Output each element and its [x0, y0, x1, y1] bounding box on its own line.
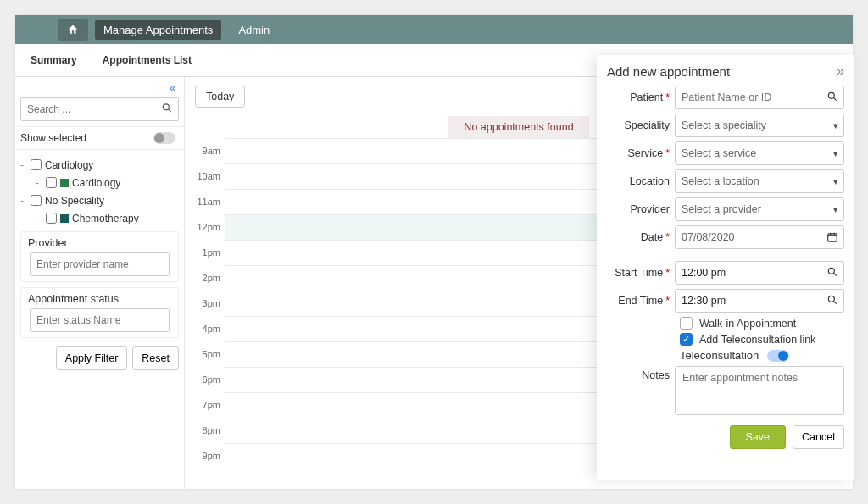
top-nav: Manage Appointments Admin: [15, 15, 853, 44]
time-label: 8pm: [195, 418, 225, 443]
nav-admin[interactable]: Admin: [230, 20, 278, 40]
tree-item-cardiology-child[interactable]: - Cardiology: [17, 174, 181, 191]
show-selected-toggle[interactable]: [153, 132, 175, 144]
color-swatch-icon: [60, 214, 69, 223]
provider-label: Provider: [21, 232, 178, 252]
sidebar-search-input[interactable]: [21, 98, 178, 120]
tree-label: Cardiology: [45, 159, 93, 171]
speciality-value[interactable]: [676, 115, 833, 136]
search-icon[interactable]: [826, 91, 838, 105]
start-time-input[interactable]: [676, 263, 826, 283]
show-selected-row: Show selected: [15, 126, 184, 150]
date-input[interactable]: [676, 227, 826, 247]
checkbox-cardiology[interactable]: [31, 159, 42, 170]
show-selected-label: Show selected: [20, 132, 86, 144]
svg-line-13: [833, 273, 836, 275]
tab-summary[interactable]: Summary: [31, 54, 77, 71]
walkin-checkbox[interactable]: [680, 317, 693, 330]
provider-label: Provider: [607, 203, 675, 215]
time-label: 2pm: [195, 265, 225, 291]
apply-filter-button[interactable]: Apply Filter: [56, 346, 128, 370]
end-time-field[interactable]: [675, 289, 844, 313]
nav-manage-appointments[interactable]: Manage Appointments: [95, 20, 221, 40]
chevron-down-icon: ▾: [833, 176, 838, 187]
teleconsultation-label: Teleconsultation: [680, 349, 759, 362]
time-label: 3pm: [195, 291, 225, 316]
tree-label: Cardiology: [72, 177, 120, 189]
panel-title: Add new appointment: [607, 64, 730, 79]
time-label: 1pm: [195, 240, 225, 265]
time-label: 9am: [195, 138, 225, 163]
svg-line-1: [168, 109, 170, 112]
location-select[interactable]: ▾: [675, 169, 844, 193]
teleconsultation-toggle[interactable]: [767, 350, 789, 362]
appointment-status-label: Appointment status: [21, 288, 178, 308]
chevron-down-icon: ▾: [833, 120, 838, 131]
tree-item-cardiology[interactable]: - Cardiology: [17, 157, 181, 173]
provider-input[interactable]: [31, 253, 169, 275]
time-label: 7pm: [195, 392, 225, 418]
start-time-field[interactable]: [675, 261, 844, 285]
end-time-input[interactable]: [676, 291, 826, 311]
service-select[interactable]: ▾: [675, 141, 844, 165]
cancel-button[interactable]: Cancel: [793, 425, 844, 449]
svg-line-7: [833, 97, 836, 100]
reset-button[interactable]: Reset: [132, 346, 179, 370]
patient-field[interactable]: [675, 86, 844, 109]
color-swatch-icon: [60, 179, 69, 187]
chevron-down-icon: ▾: [833, 204, 838, 215]
add-appointment-panel: Add new appointment » Patient* Specialit…: [597, 55, 854, 480]
home-icon: [67, 24, 79, 36]
save-button[interactable]: Save: [730, 425, 787, 449]
svg-point-12: [828, 268, 834, 274]
walkin-label: Walk-in Appointment: [699, 318, 796, 330]
tab-appointments-list[interactable]: Appointments List: [103, 54, 192, 71]
calendar-icon: [826, 231, 838, 243]
close-panel-icon[interactable]: »: [837, 64, 844, 79]
date-field[interactable]: [675, 225, 844, 249]
checkbox-no-speciality[interactable]: [31, 195, 42, 206]
location-value[interactable]: [676, 171, 833, 191]
time-label: 6pm: [195, 367, 225, 392]
time-label: 4pm: [195, 316, 225, 341]
location-label: Location: [607, 175, 675, 187]
tree-item-no-speciality[interactable]: - No Speciality: [17, 192, 181, 208]
tree-item-chemotherapy[interactable]: - Chemotherapy: [17, 210, 181, 226]
collapse-sidebar-icon[interactable]: «: [170, 82, 175, 94]
provider-value[interactable]: [676, 199, 833, 219]
search-icon[interactable]: [826, 294, 838, 308]
svg-point-14: [828, 296, 834, 302]
sidebar-search[interactable]: [20, 97, 179, 121]
service-value[interactable]: [676, 143, 833, 163]
start-time-label: Start Time*: [607, 267, 675, 279]
patient-input[interactable]: [676, 87, 826, 108]
speciality-select[interactable]: ▾: [675, 114, 844, 137]
teleconsult-link-checkbox[interactable]: ✓: [680, 333, 693, 346]
time-label: 11am: [195, 189, 225, 214]
teleconsult-link-label: Add Teleconsultation link: [699, 334, 815, 346]
date-label: Date*: [607, 231, 675, 243]
time-label: 9pm: [195, 443, 225, 468]
search-icon[interactable]: [161, 102, 173, 117]
search-icon[interactable]: [826, 266, 838, 280]
provider-select[interactable]: ▾: [675, 197, 844, 221]
service-label: Service*: [607, 147, 675, 159]
svg-line-15: [833, 301, 836, 303]
time-label: 5pm: [195, 341, 225, 367]
today-button[interactable]: Today: [195, 86, 245, 108]
speciality-tree: - Cardiology - Cardiology - No Specialit…: [15, 150, 184, 231]
tree-label: Chemotherapy: [72, 213, 139, 224]
tree-label: No Speciality: [45, 195, 104, 207]
time-label: 10am: [195, 163, 225, 189]
status-input[interactable]: [31, 309, 169, 331]
time-label: 12pm: [195, 214, 225, 240]
svg-point-0: [163, 104, 169, 110]
checkbox-cardiology-child[interactable]: [46, 177, 57, 188]
svg-point-6: [828, 92, 834, 98]
home-button[interactable]: [58, 19, 88, 41]
notes-label: Notes: [607, 366, 675, 381]
notes-textarea[interactable]: [675, 366, 844, 415]
checkbox-chemotherapy[interactable]: [46, 213, 57, 224]
chevron-down-icon: ▾: [833, 148, 838, 159]
speciality-label: Speciality: [607, 119, 675, 131]
